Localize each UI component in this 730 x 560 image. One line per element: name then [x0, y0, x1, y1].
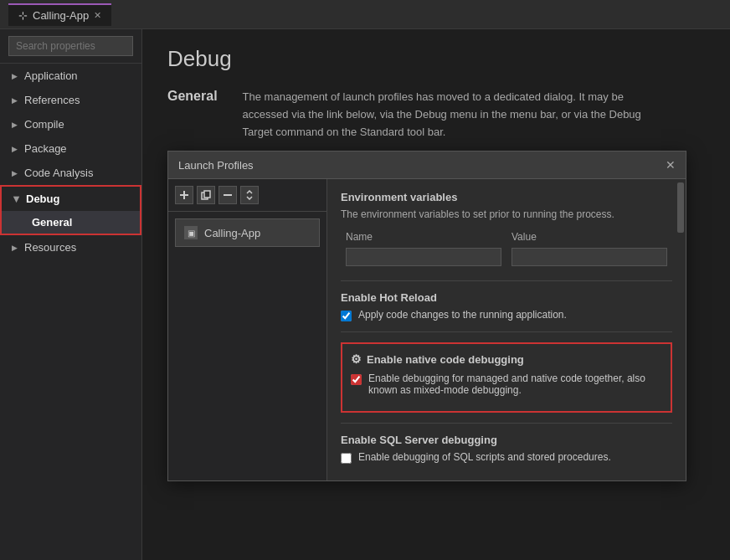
scrollbar-track: [676, 179, 686, 480]
chevron-icon: ▶: [12, 169, 18, 177]
hot-reload-checkbox-row: Apply code changes to the running applic…: [341, 309, 672, 321]
sidebar-item-code-analysis[interactable]: ▶ Code Analysis: [0, 161, 141, 185]
sidebar-item-resources[interactable]: ▶ Resources: [0, 235, 141, 259]
sidebar-item-label: References: [24, 94, 80, 106]
dialog-close-button[interactable]: ✕: [666, 158, 676, 172]
env-name-input[interactable]: [346, 248, 501, 266]
sidebar-item-debug[interactable]: ▶ Debug: [2, 187, 140, 211]
chevron-icon: ▶: [12, 121, 18, 129]
hot-reload-checkbox[interactable]: [341, 311, 352, 321]
native-debugging-checkbox-row: Enable debugging for managed and native …: [351, 372, 662, 396]
native-debugging-title: Enable native code debugging: [367, 353, 524, 366]
divider-2: [341, 331, 672, 332]
move-profile-button[interactable]: [240, 186, 259, 204]
chevron-icon: ▶: [12, 145, 18, 153]
chevron-icon: ▶: [12, 96, 18, 105]
sidebar-item-package[interactable]: ▶ Package: [0, 136, 141, 161]
sidebar-item-label: Application: [24, 69, 78, 82]
sidebar-item-references[interactable]: ▶ References: [0, 88, 141, 112]
delete-profile-button[interactable]: [218, 186, 237, 204]
divider-1: [341, 280, 672, 281]
chevron-icon: ▶: [13, 196, 21, 202]
section-description: The management of launch profiles has mo…: [243, 89, 661, 141]
content-area: Debug General The management of launch p…: [142, 29, 730, 560]
dialog-sidebar: ▣ Calling-App: [168, 179, 327, 480]
sql-debugging-label: Enable debugging of SQL scripts and stor…: [358, 451, 611, 463]
launch-profiles-dialog: Launch Profiles ✕: [167, 151, 686, 481]
scrollbar-thumb[interactable]: [677, 182, 684, 233]
chevron-icon: ▶: [12, 72, 18, 80]
dialog-body: ▣ Calling-App Environment variables The …: [168, 179, 686, 480]
native-debugging-header: ⚙ Enable native code debugging: [351, 352, 662, 366]
tab-close-button[interactable]: ✕: [94, 10, 101, 21]
sidebar-item-compile[interactable]: ▶ Compile: [0, 112, 141, 136]
sql-debugging-checkbox[interactable]: [341, 453, 352, 464]
sql-debugging-section: Enable SQL Server debugging Enable debug…: [341, 434, 672, 464]
add-profile-button[interactable]: [175, 186, 193, 204]
sidebar-subitem-general[interactable]: General: [2, 211, 140, 234]
env-section-desc: The environment variables to set prior t…: [341, 208, 672, 220]
sql-debugging-title: Enable SQL Server debugging: [341, 434, 672, 446]
sidebar: ▶ Application ▶ References ▶ Compile ▶ P…: [0, 29, 142, 560]
gear-icon: ⚙: [351, 352, 362, 366]
native-debugging-label: Enable debugging for managed and native …: [368, 372, 662, 396]
svg-rect-4: [224, 194, 232, 196]
divider-3: [341, 423, 672, 424]
sql-debugging-checkbox-row: Enable debugging of SQL scripts and stor…: [341, 451, 672, 464]
debug-section: ▶ Debug General: [0, 185, 141, 235]
chevron-icon: ▶: [12, 244, 18, 252]
env-name-header: Name: [341, 229, 506, 245]
tab-pin-icon: ⊹: [18, 9, 28, 22]
hot-reload-label: Apply code changes to the running applic…: [358, 309, 567, 321]
search-box: [0, 29, 141, 64]
svg-rect-3: [204, 191, 210, 198]
env-table-row: [341, 245, 672, 269]
sidebar-item-label: Compile: [24, 118, 64, 131]
svg-rect-1: [180, 194, 188, 196]
sidebar-subitem-label: General: [32, 216, 72, 229]
dialog-title-bar: Launch Profiles ✕: [168, 152, 686, 179]
sidebar-item-label: Debug: [26, 193, 59, 205]
dialog-content: Environment variables The environment va…: [327, 179, 686, 480]
profile-item-calling-app[interactable]: ▣ Calling-App: [175, 218, 320, 247]
env-value-input[interactable]: [512, 248, 667, 266]
sidebar-item-application[interactable]: ▶ Application: [0, 64, 141, 88]
native-debugging-section: ⚙ Enable native code debugging Enable de…: [341, 342, 672, 413]
env-value-header: Value: [506, 229, 672, 245]
dialog-title: Launch Profiles: [178, 159, 254, 172]
main-layout: ▶ Application ▶ References ▶ Compile ▶ P…: [0, 29, 730, 560]
env-section-title: Environment variables: [341, 191, 672, 203]
sidebar-item-label: Code Analysis: [24, 167, 93, 179]
page-title: Debug: [167, 46, 705, 72]
env-variables-section: Environment variables The environment va…: [341, 191, 672, 269]
tab-calling-app[interactable]: ⊹ Calling-App ✕: [8, 3, 111, 26]
tab-label: Calling-App: [33, 9, 89, 22]
native-debugging-checkbox[interactable]: [351, 374, 362, 385]
title-bar: ⊹ Calling-App ✕: [0, 0, 730, 29]
section-title: General: [167, 89, 218, 104]
env-table: Name Value: [341, 229, 672, 269]
profile-name: Calling-App: [204, 227, 260, 239]
search-input[interactable]: [8, 36, 133, 56]
dialog-toolbar: [168, 179, 326, 212]
sidebar-item-label: Resources: [24, 241, 76, 254]
hot-reload-section: Enable Hot Reload Apply code changes to …: [341, 291, 672, 321]
profile-icon: ▣: [184, 226, 198, 239]
hot-reload-title: Enable Hot Reload: [341, 291, 672, 304]
sidebar-item-label: Package: [24, 142, 67, 155]
copy-profile-button[interactable]: [197, 186, 215, 204]
